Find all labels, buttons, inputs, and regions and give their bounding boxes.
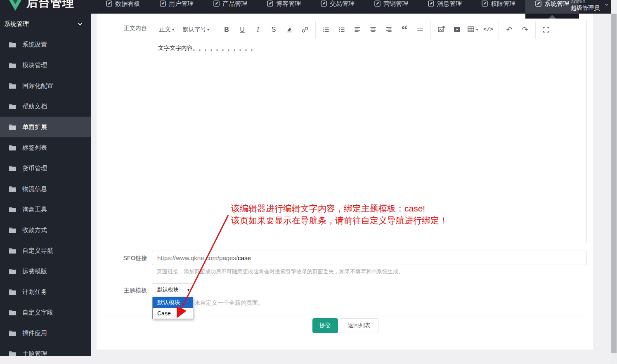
blockquote-button[interactable]: “ (397, 26, 412, 33)
topnav-item-users[interactable]: 用户管理 (150, 0, 203, 14)
editor-text: 文字文字内容。。。。。。。。。。。 (158, 45, 256, 51)
nav-label: 数据看板 (115, 0, 140, 8)
dropdown-option-default[interactable]: 默认模块 (153, 297, 193, 308)
undo-button[interactable]: ↶ (501, 24, 517, 35)
video-button[interactable] (449, 24, 465, 35)
theme-template-select[interactable]: 默认模块 ▾ (152, 283, 193, 296)
folder-icon (9, 350, 17, 356)
table-button[interactable]: ▾ (465, 24, 480, 35)
sidebar-item-label: 货币管理 (22, 164, 47, 172)
italic-button[interactable]: I (250, 24, 266, 35)
link-button[interactable] (297, 24, 313, 35)
folder-icon (9, 62, 17, 68)
sidebar-item-help-docs[interactable]: 帮助文档 (0, 96, 91, 117)
page-scrollbar[interactable] (611, 0, 617, 364)
sidebar-item-label: 标签列表 (22, 144, 47, 152)
image-upload-button[interactable] (433, 24, 449, 35)
chevron-down-icon (77, 21, 83, 27)
sidebar-item-label: 运费模版 (22, 268, 47, 275)
ordered-list-button[interactable] (334, 24, 350, 35)
logo: 后台管理 (0, 0, 95, 14)
toolbar-separator (315, 21, 316, 39)
bold-button[interactable]: B (219, 24, 234, 35)
user-menu[interactable]: admin 超级管理员 (552, 0, 610, 14)
seo-url-suffix: case (238, 254, 251, 261)
sidebar-item-label: 模块管理 (22, 61, 47, 69)
topnav-item-blog[interactable]: 博客管理 (257, 0, 311, 14)
editor-toolbar: 正文 ▾ 默认字号 ▾ B U I S (152, 20, 586, 39)
align-left-button[interactable] (350, 24, 365, 35)
active-tab-indicator (525, 14, 579, 19)
nav-label: 产品管理 (222, 0, 247, 8)
toolbar-separator (535, 21, 536, 39)
toolbar-separator (430, 21, 431, 39)
underline-button[interactable]: U (234, 24, 250, 35)
sidebar-item-module-management[interactable]: 模块管理 (0, 55, 91, 75)
sidebar-item-logistics-info[interactable]: 物流信息 (0, 178, 91, 199)
folder-icon (9, 186, 17, 192)
sidebar-item-system-settings[interactable]: 系统设置 (0, 34, 91, 55)
editor-content[interactable]: 文字文字内容。。。。。。。。。。。 (152, 39, 586, 57)
seo-link-input[interactable]: https://www.qkne.com/pages/case (152, 251, 587, 265)
horizontal-rule-button[interactable] (412, 24, 428, 35)
nav-label: 权限管理 (491, 0, 515, 8)
unordered-list-button[interactable] (318, 24, 334, 35)
topnav-item-messages[interactable]: 消息管理 (418, 0, 472, 14)
edit-square-icon (374, 0, 381, 7)
edit-square-icon (106, 0, 112, 7)
seo-field-label: SEO链接 (102, 255, 147, 262)
redo-button[interactable]: ↷ (517, 24, 533, 35)
folder-icon (9, 330, 17, 336)
sidebar-item-single-page-extension[interactable]: 单面扩展 (0, 117, 91, 137)
user-name: admin (571, 0, 600, 5)
topnav-item-permissions[interactable]: 权限管理 (472, 0, 525, 14)
nav-label: 交易管理 (330, 0, 355, 8)
topnav-item-marketing[interactable]: 营销管理 (364, 0, 418, 14)
folder-icon (9, 165, 17, 171)
sidebar-item-theme-management[interactable]: 主题管理 (0, 343, 91, 356)
dropdown-option-case[interactable]: Case (153, 308, 193, 319)
sidebar-item-label: 系统设置 (22, 41, 47, 49)
clear-format-button[interactable] (281, 24, 297, 35)
strikethrough-button[interactable]: S (266, 24, 281, 35)
sidebar-item-plugin-apps[interactable]: 插件应用 (0, 323, 91, 343)
align-center-button[interactable] (365, 24, 381, 35)
sidebar-item-tag-list[interactable]: 标签列表 (0, 137, 91, 158)
seo-helper-text: 页面链接，添加页面成功后不可随意更改这将会对搜索引擎收录的页面丢失，如果不填写将… (157, 268, 404, 275)
fullscreen-button[interactable] (538, 24, 554, 35)
paragraph-select[interactable]: 正文 ▾ (155, 24, 179, 35)
sidebar-item-inquiry-tools[interactable]: 询盘工具 (0, 199, 91, 220)
folder-icon (9, 309, 17, 316)
edit-square-icon (428, 0, 434, 7)
nav-label: 消息管理 (437, 0, 462, 8)
user-role: 超级管理员 (571, 5, 600, 11)
sidebar-group-label: 系统管理 (4, 20, 29, 28)
sidebar-item-custom-fields[interactable]: 自定义字段 (0, 302, 91, 323)
sidebar-item-shipping-template[interactable]: 运费模版 (0, 261, 91, 282)
theme-helper-text: 来自定义一个全新的页面。 (194, 299, 264, 307)
theme-field-label: 主题模板 (102, 287, 147, 294)
fontsize-select[interactable]: 默认字号 ▾ (179, 24, 213, 35)
sidebar-item-i18n-config[interactable]: 国际化配置 (0, 75, 91, 96)
sidebar-item-custom-navigation[interactable]: 自定义导航 (0, 240, 91, 261)
sidebar-item-payment-methods[interactable]: 收款方式 (0, 220, 91, 240)
topnav-item-dashboard[interactable]: 数据看板 (96, 0, 150, 14)
edit-square-icon (482, 0, 488, 7)
folder-icon (9, 103, 17, 110)
edit-square-icon (213, 0, 220, 7)
toolbar-separator (216, 21, 216, 39)
code-button[interactable]: </> (480, 24, 496, 35)
align-right-button[interactable] (381, 24, 397, 35)
topnav-item-products[interactable]: 产品管理 (203, 0, 257, 14)
folder-icon (9, 41, 17, 48)
nav-label: 用户管理 (169, 0, 194, 8)
sidebar-item-currency-management[interactable]: 货币管理 (0, 158, 91, 178)
sidebar-item-scheduled-tasks[interactable]: 计划任务 (0, 282, 91, 302)
topnav-item-trade[interactable]: 交易管理 (311, 0, 364, 14)
back-to-list-button[interactable]: 返回列表 (340, 318, 378, 333)
caret-down-icon: ▾ (207, 27, 209, 32)
folder-icon (9, 206, 17, 213)
submit-button[interactable]: 提交 (312, 318, 338, 333)
sidebar-group-system-management[interactable]: 系统管理 (0, 14, 91, 34)
scrollbar-thumb[interactable] (611, 14, 617, 353)
